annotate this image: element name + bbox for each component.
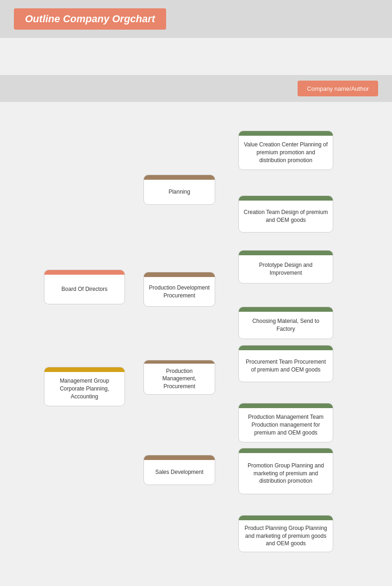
prod-mgmt-label: Production Management, Procurement — [149, 367, 210, 391]
promotion-group-bar — [239, 448, 333, 453]
footer-box: Company name/Author — [298, 81, 378, 96]
page: Outline Company Orgchart — [0, 0, 392, 586]
creation-team-node: Creation Team Design of premium and OEM … — [238, 195, 333, 233]
management-label: Management Group Corporate Planning, Acc… — [49, 377, 120, 400]
planning-node: Planning — [143, 175, 215, 205]
creation-team-bar — [239, 196, 333, 201]
management-node: Management Group Corporate Planning, Acc… — [44, 367, 125, 406]
prototype-bar — [239, 251, 333, 255]
choosing-material-node: Choosing Material, Send to Factory — [238, 307, 333, 339]
prod-mgmt-bar — [144, 360, 215, 364]
prod-mgmt-team-node: Production Management Team Production ma… — [238, 403, 333, 442]
footer-label: Company name/Author — [307, 85, 369, 92]
footer: Company name/Author — [0, 75, 392, 102]
prod-mgmt-team-label: Production Management Team Production ma… — [243, 413, 328, 436]
value-creation-node: Value Creation Center Planning of premiu… — [238, 131, 333, 170]
product-planning-node: Product Planning Group Planning and mark… — [238, 515, 333, 552]
choosing-material-bar — [239, 307, 333, 312]
procurement-team-bar — [239, 346, 333, 350]
page-title: Outline Company Orgchart — [25, 13, 155, 25]
creation-team-label: Creation Team Design of premium and OEM … — [243, 208, 328, 224]
planning-bar — [144, 175, 215, 180]
board-node: Board Of Directors — [44, 270, 125, 304]
sales-dev-bar — [144, 455, 215, 460]
prod-dev-label: Production Development Procurement — [149, 284, 210, 300]
promotion-group-label: Promotion Group Planning and marketing o… — [243, 462, 328, 485]
board-label: Board Of Directors — [62, 285, 107, 293]
choosing-material-label: Choosing Material, Send to Factory — [243, 317, 328, 333]
value-creation-bar — [239, 131, 333, 136]
prototype-node: Prototype Design and Improvement — [238, 250, 333, 284]
product-planning-label: Product Planning Group Planning and mark… — [243, 524, 328, 548]
prototype-label: Prototype Design and Improvement — [243, 261, 328, 277]
value-creation-label: Value Creation Center Planning of premiu… — [243, 141, 328, 164]
prod-dev-node: Production Development Procurement — [143, 272, 215, 307]
prod-mgmt-team-bar — [239, 403, 333, 408]
header-title-box: Outline Company Orgchart — [14, 8, 166, 30]
header: Outline Company Orgchart — [0, 0, 392, 38]
sales-dev-node: Sales Development — [143, 455, 215, 485]
management-bar — [44, 367, 124, 372]
planning-label: Planning — [168, 188, 190, 196]
sales-dev-label: Sales Development — [155, 468, 203, 476]
procurement-team-label: Procurement Team Procurement of premium … — [243, 358, 328, 374]
board-bar — [44, 270, 124, 275]
prod-dev-bar — [144, 272, 215, 277]
prod-mgmt-node: Production Management, Procurement — [143, 360, 215, 395]
procurement-team-node: Procurement Team Procurement of premium … — [238, 345, 333, 382]
promotion-group-node: Promotion Group Planning and marketing o… — [238, 448, 333, 494]
product-planning-bar — [239, 516, 333, 520]
